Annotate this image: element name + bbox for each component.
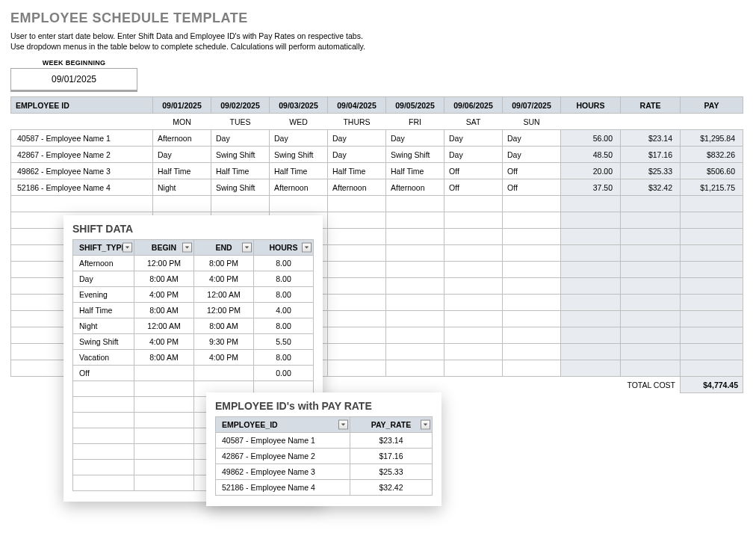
shift-cell[interactable]: Afternoon [328,179,386,196]
shift-cell[interactable]: Swing Shift [386,147,444,163]
empty-cell[interactable] [621,196,681,212]
empty-cell[interactable] [561,196,621,212]
empty-cell[interactable] [328,311,386,327]
shift-cell[interactable]: Swing Shift [211,147,270,163]
shift-end-cell[interactable] [194,366,254,381]
shift-cell[interactable]: Day [211,130,270,147]
shift-hours-cell[interactable]: 8.00 [254,350,314,366]
empty-cell[interactable] [73,428,134,444]
empty-cell[interactable] [386,212,444,229]
shift-hours-cell[interactable]: 8.00 [254,256,314,271]
pay-id-cell[interactable]: 52186 - Employee Name 4 [216,480,350,496]
empty-cell[interactable] [621,278,681,295]
empty-cell[interactable] [386,360,444,377]
empty-cell[interactable] [444,327,503,344]
empty-cell[interactable] [386,245,444,262]
empty-cell[interactable] [444,196,503,212]
shift-hours-cell[interactable]: 8.00 [254,287,314,303]
pay-rate-cell[interactable]: $25.33 [350,464,433,480]
empty-cell[interactable] [561,311,621,327]
empty-cell[interactable] [386,278,444,295]
shift-cell[interactable]: Day [503,130,561,147]
shift-hours-cell[interactable]: 4.00 [254,303,314,318]
shift-type-cell[interactable]: Half Time [73,303,134,318]
employee-id-cell[interactable]: 49862 - Employee Name 3 [11,163,153,179]
shift-cell[interactable]: Afternoon [270,179,328,196]
shift-hours-cell[interactable]: 0.00 [254,366,314,381]
shift-end-cell[interactable]: 4:00 PM [194,271,254,287]
shift-cell[interactable]: Afternoon [153,130,211,147]
empty-cell[interactable] [503,360,561,377]
shift-header-end[interactable]: END [194,240,254,256]
shift-cell[interactable]: Day [328,147,386,163]
empty-cell[interactable] [681,262,743,278]
empty-cell[interactable] [73,413,134,428]
empty-cell[interactable] [211,196,270,212]
empty-cell[interactable] [561,212,621,229]
pay-rate-cell[interactable]: $17.16 [350,449,433,464]
shift-type-cell[interactable]: Vacation [73,350,134,366]
empty-cell[interactable] [270,196,328,212]
empty-cell[interactable] [386,311,444,327]
empty-cell[interactable] [621,212,681,229]
empty-cell[interactable] [328,327,386,344]
shift-cell[interactable]: Day [386,130,444,147]
shift-cell[interactable]: Half Time [270,163,328,179]
shift-begin-cell[interactable]: 8:00 AM [134,303,194,318]
shift-begin-cell[interactable]: 4:00 PM [134,287,194,303]
empty-cell[interactable] [328,344,386,360]
shift-cell[interactable]: Swing Shift [270,147,328,163]
shift-end-cell[interactable]: 8:00 AM [194,318,254,334]
empty-cell[interactable] [11,196,153,212]
employee-id-cell[interactable]: 40587 - Employee Name 1 [11,130,153,147]
filter-icon[interactable] [302,243,312,253]
shift-hours-cell[interactable]: 8.00 [254,271,314,287]
pay-id-cell[interactable]: 42867 - Employee Name 2 [216,449,350,464]
empty-cell[interactable] [386,295,444,311]
week-beginning-input[interactable]: 09/01/2025 [10,68,137,92]
pay-rate-cell[interactable]: $32.42 [350,480,433,496]
pay-header-id[interactable]: EMPLOYEE_ID [216,417,350,433]
empty-cell[interactable] [73,444,134,460]
empty-cell[interactable] [681,344,743,360]
empty-cell[interactable] [503,311,561,327]
empty-cell[interactable] [621,245,681,262]
empty-cell[interactable] [444,262,503,278]
shift-cell[interactable]: Half Time [386,163,444,179]
empty-cell[interactable] [621,344,681,360]
empty-cell[interactable] [134,475,194,491]
shift-type-cell[interactable]: Swing Shift [73,334,134,350]
empty-cell[interactable] [503,327,561,344]
shift-cell[interactable]: Half Time [153,163,211,179]
empty-cell[interactable] [386,262,444,278]
empty-cell[interactable] [386,327,444,344]
empty-cell[interactable] [561,245,621,262]
empty-cell[interactable] [386,344,444,360]
filter-icon[interactable] [338,420,348,430]
empty-cell[interactable] [561,295,621,311]
shift-cell[interactable]: Day [444,147,503,163]
shift-begin-cell[interactable]: 8:00 AM [134,350,194,366]
empty-cell[interactable] [328,295,386,311]
shift-begin-cell[interactable]: 4:00 PM [134,334,194,350]
shift-cell[interactable]: Swing Shift [211,179,270,196]
empty-cell[interactable] [503,196,561,212]
empty-cell[interactable] [681,229,743,245]
shift-end-cell[interactable]: 12:00 AM [194,287,254,303]
empty-cell[interactable] [503,245,561,262]
employee-id-cell[interactable]: 42867 - Employee Name 2 [11,147,153,163]
shift-cell[interactable]: Day [328,130,386,147]
shift-header-hours[interactable]: HOURS [254,240,314,256]
shift-begin-cell[interactable] [134,366,194,381]
empty-cell[interactable] [621,327,681,344]
empty-cell[interactable] [328,262,386,278]
pay-id-cell[interactable]: 40587 - Employee Name 1 [216,433,350,449]
empty-cell[interactable] [153,196,211,212]
empty-cell[interactable] [134,397,194,413]
empty-cell[interactable] [444,344,503,360]
empty-cell[interactable] [503,344,561,360]
empty-cell[interactable] [681,196,743,212]
shift-end-cell[interactable]: 12:00 PM [194,303,254,318]
shift-cell[interactable]: Half Time [211,163,270,179]
shift-type-cell[interactable]: Evening [73,287,134,303]
